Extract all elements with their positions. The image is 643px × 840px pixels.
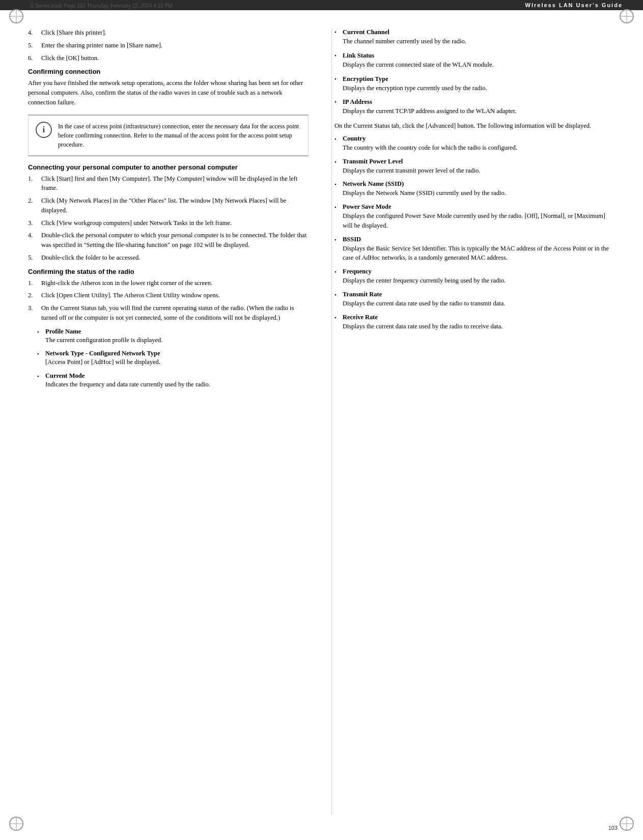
list-item: 5. Enter the sharing printer name in [Sh…: [28, 41, 309, 50]
list-item: ▪ Network Name (SSID) Displays the Netwo…: [334, 180, 615, 198]
desc-frequency: Displays the center frequency currently …: [334, 276, 615, 286]
list-item: ▪ Country The country with the country c…: [334, 135, 615, 153]
bullet-icon: ▪: [37, 329, 41, 345]
right-bullet-list-2: ▪ Country The country with the country c…: [334, 135, 615, 331]
list-item: 4. Double-click the personal computer to…: [28, 231, 309, 250]
list-item: 1. Click [Start] first and then [My Comp…: [28, 174, 309, 193]
list-item: 6. Click the [OK] button.: [28, 53, 309, 63]
term-network-type: Network Type - Configured Network Type: [45, 350, 160, 357]
desc-transmit-rate: Displays the current data rate used by t…: [334, 299, 615, 309]
term-transmit-power-level: Transmit Power Level: [343, 158, 403, 165]
bullet-icon: ▪: [334, 53, 339, 58]
term-country: Country: [343, 135, 366, 143]
bullet-icon: ▪: [334, 136, 339, 142]
list-item: ▪ Current Channel The channel number cur…: [334, 28, 615, 46]
desc-power-save-mode: Displays the configured Power Save Mode …: [334, 211, 615, 231]
right-column: ▪ Current Channel The channel number cur…: [331, 28, 615, 815]
info-box-text: In the case of access point (infrastruct…: [58, 122, 301, 149]
term-link-status: Link Status: [343, 52, 374, 59]
term-power-save-mode: Power Save Mode: [343, 203, 392, 211]
term-profile-name: Profile Name: [45, 328, 81, 335]
section1-para: After you have finished the network setu…: [28, 78, 309, 107]
bullet-icon: ▪: [37, 351, 41, 367]
bullet-icon: ▪: [334, 205, 339, 210]
left-column: 4. Click [Share this printer]. 5. Enter …: [28, 28, 316, 815]
info-icon: i: [36, 122, 52, 138]
term-encryption-type: Encryption Type: [343, 75, 388, 82]
bullet-icon: ▪: [334, 269, 339, 274]
list-item: 2. Click [My Network Places] in the "Oth…: [28, 196, 309, 215]
list-item: 4. Click [Share this printer].: [28, 28, 309, 38]
numbered-list-1: 4. Click [Share this printer]. 5. Enter …: [28, 28, 309, 63]
term-network-name-ssid: Network Name (SSID): [343, 180, 404, 188]
term-receive-rate: Receive Rate: [343, 314, 378, 321]
list-item: ▪ Current Mode Indicates the frequency a…: [37, 372, 309, 389]
section2-heading: Connecting your personal computer to ano…: [28, 163, 309, 171]
term-current-channel: Current Channel: [343, 29, 389, 36]
list-item: 1. Right-click the Atheros icon in the l…: [28, 278, 309, 288]
list-item: 3. Click [View workgroup computers] unde…: [28, 218, 309, 228]
bullet-icon: ▪: [334, 99, 339, 104]
desc-transmit-power-level: Displays the current transmit power leve…: [334, 166, 615, 176]
bullet-icon: ▪: [334, 76, 339, 81]
desc-link-status: Displays the current connected state of …: [334, 60, 615, 70]
header-title: WIreless LAN User's Guide: [525, 2, 623, 8]
list-item: ▪ Frequency Displays the center frequenc…: [334, 268, 615, 286]
right-bullet-list-1: ▪ Current Channel The channel number cur…: [334, 28, 615, 116]
corner-decoration-tr: [620, 9, 634, 23]
list-item: ▪ IP Address Displays the current TCP/IP…: [334, 98, 615, 116]
numbered-list-3: 1. Right-click the Atheros icon in the l…: [28, 278, 309, 323]
right-intro: On the Current Status tab, click the [Ad…: [334, 121, 615, 131]
page-number: 103: [608, 825, 618, 831]
list-item: ▪ Power Save Mode Displays the configure…: [334, 203, 615, 231]
corner-decoration-tl: [9, 9, 23, 23]
bullet-icon: ▪: [334, 182, 339, 187]
top-meta: S Series.book Page 103 Thursday, Februar…: [31, 3, 173, 9]
list-item: ▪ Transmit Power Level Displays the curr…: [334, 158, 615, 176]
bullet-icon: ▪: [334, 30, 339, 35]
term-frequency: Frequency: [343, 268, 372, 275]
bullet-icon: ▪: [37, 374, 41, 389]
list-item: 5. Double-click the folder to be accesse…: [28, 253, 309, 263]
info-box: i In the case of access point (infrastru…: [28, 115, 309, 156]
list-item: 2. Click [Open Client Utility]. The Athe…: [28, 291, 309, 300]
numbered-list-2: 1. Click [Start] first and then [My Comp…: [28, 174, 309, 263]
list-item: ▪ Encryption Type Displays the encryptio…: [334, 75, 615, 93]
corner-decoration-br: [620, 817, 634, 831]
section3-heading: Confirming the status of the radio: [28, 268, 309, 275]
term-transmit-rate: Transmit Rate: [343, 291, 382, 298]
bullet-icon: ▪: [334, 315, 339, 320]
desc-receive-rate: Displays the current data rate used by t…: [334, 322, 615, 331]
desc-current-channel: The channel number currently used by the…: [334, 37, 615, 46]
list-item: ▪ BSSID Displays the Basic Service Set I…: [334, 236, 615, 263]
bullet-icon: ▪: [334, 292, 339, 297]
list-item: ▪ Link Status Displays the current conne…: [334, 51, 615, 70]
term-current-mode: Current Mode: [45, 372, 85, 379]
desc-ip-address: Displays the current TCP/IP address assi…: [334, 106, 615, 116]
main-content: 4. Click [Share this printer]. 5. Enter …: [28, 28, 615, 815]
list-item: ▪ Network Type - Configured Network Type…: [37, 350, 309, 367]
desc-country: The country with the country code for wh…: [334, 143, 615, 153]
list-item: ▪ Receive Rate Displays the current data…: [334, 314, 615, 331]
corner-decoration-bl: [9, 817, 23, 831]
list-item: ▪ Profile Name The current configuration…: [37, 328, 309, 345]
desc-bssid: Displays the Basic Service Set Identifie…: [334, 244, 615, 263]
bullet-icon: ▪: [334, 159, 339, 164]
desc-profile-name: The current configuration profile is dis…: [45, 337, 162, 344]
sub-bullet-list: ▪ Profile Name The current configuration…: [37, 328, 309, 389]
section1-heading: Confirming connection: [28, 68, 309, 75]
desc-current-mode: Indicates the frequency and data rate cu…: [45, 381, 210, 388]
desc-encryption-type: Displays the encryption type currently u…: [334, 83, 615, 93]
term-bssid: BSSID: [343, 236, 361, 243]
desc-network-name-ssid: Displays the Network Name (SSID) current…: [334, 188, 615, 198]
desc-network-type: [Access Point] or [AdHoc] will be displa…: [45, 358, 160, 366]
term-ip-address: IP Address: [343, 98, 372, 105]
bullet-icon: ▪: [334, 237, 339, 242]
list-item: ▪ Transmit Rate Displays the current dat…: [334, 291, 615, 309]
list-item: 3. On the Current Status tab, you will f…: [28, 303, 309, 323]
